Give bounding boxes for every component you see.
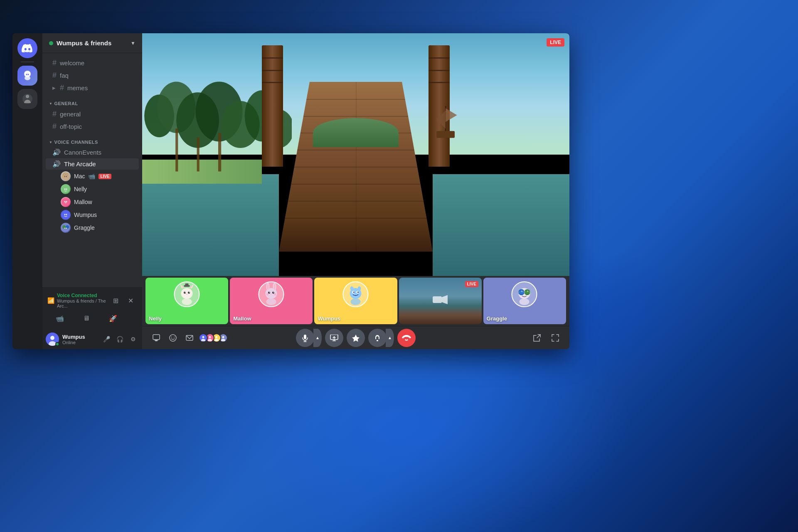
hash-icon: # <box>60 84 64 92</box>
user-controls: 🎤 🎧 ⚙ <box>101 333 139 345</box>
participant-tile-wumpus[interactable]: Wumpus <box>314 278 397 324</box>
svg-point-7 <box>26 95 29 98</box>
svg-point-59 <box>182 298 192 305</box>
mute-button[interactable]: 🎤 <box>101 333 112 345</box>
svg-point-54 <box>185 292 185 293</box>
svg-point-47 <box>181 288 192 299</box>
svg-point-8 <box>62 172 70 180</box>
disconnect-voice-button[interactable]: ✕ <box>124 294 137 307</box>
hash-icon: # <box>52 110 57 118</box>
deafen-dropdown-button[interactable]: ▲ <box>386 329 394 347</box>
voice-server-text: Wumpus & friends / The Arc... <box>57 298 106 308</box>
category-label-text: VOICE CHANNELS <box>54 140 98 145</box>
category-voice-channels[interactable]: ▼ VOICE CHANNELS <box>42 133 142 146</box>
svg-point-27 <box>64 228 65 229</box>
screen-share-button[interactable] <box>325 329 343 347</box>
server-name-text: Wumpus & friends <box>57 39 111 47</box>
speaker-icon: 🔊 <box>52 160 61 168</box>
channel-name: memes <box>67 84 88 91</box>
svg-point-64 <box>267 284 268 290</box>
channel-item-faq[interactable]: # faq <box>46 69 139 81</box>
mute-dropdown-button[interactable]: ▲ <box>313 329 322 347</box>
end-call-button[interactable] <box>397 329 416 347</box>
voice-member-mallow[interactable]: Mallow <box>46 196 139 208</box>
emoji-button[interactable] <box>165 330 180 345</box>
svg-point-81 <box>358 286 361 291</box>
svg-rect-124 <box>406 339 408 340</box>
svg-rect-97 <box>153 335 160 340</box>
member-avatar-mallow <box>61 197 71 207</box>
live-badge: LIVE <box>99 174 111 179</box>
channel-item-general[interactable]: # general <box>46 108 139 120</box>
activity-launch-button[interactable] <box>347 329 365 347</box>
svg-point-30 <box>50 336 54 340</box>
participant-tile-mallow[interactable]: Mallow <box>230 278 313 324</box>
svg-point-16 <box>66 189 67 190</box>
category-general[interactable]: ▼ GENERAL <box>42 94 142 108</box>
stream-container[interactable]: LIVE <box>142 33 569 276</box>
channel-item-off-topic[interactable]: # off-topic <box>46 121 139 133</box>
category-label-text: GENERAL <box>54 101 78 106</box>
svg-point-53 <box>188 292 190 294</box>
mute-toggle-button[interactable] <box>296 329 314 347</box>
member-avatar-wumpus <box>61 210 71 220</box>
toolbar-center: ▲ <box>296 329 416 347</box>
voice-member-mac[interactable]: Mac 📹 LIVE <box>46 170 139 182</box>
svg-point-73 <box>266 298 276 305</box>
svg-point-11 <box>64 176 65 177</box>
server-name: Wumpus & friends <box>49 39 111 47</box>
svg-point-12 <box>66 176 67 177</box>
voice-member-wumpus[interactable]: Wumpus <box>46 209 139 221</box>
participant-name-nelly: Nelly <box>149 315 162 322</box>
popout-button[interactable] <box>530 330 544 345</box>
svg-point-52 <box>184 292 186 294</box>
pier-post-left <box>262 45 283 167</box>
video-camera-icon <box>433 294 448 308</box>
deafen-button[interactable]: 🎧 <box>114 333 126 345</box>
toggle-camera-button[interactable]: 📹 <box>47 311 72 326</box>
deafen-toggle-button[interactable] <box>368 329 387 347</box>
svg-point-5 <box>25 76 30 80</box>
water-right <box>433 174 569 276</box>
svg-point-68 <box>269 292 270 293</box>
svg-rect-99 <box>154 340 158 340</box>
server-icon-wumpus-friends[interactable] <box>17 66 37 86</box>
channel-name: faq <box>60 72 69 79</box>
participant-tile-mac[interactable]: LIVE <box>399 278 482 324</box>
server-divider <box>21 62 34 62</box>
user-settings-button[interactable]: ⚙ <box>127 333 139 345</box>
voice-member-graggle[interactable]: Graggle <box>46 222 139 234</box>
stage-icon-button[interactable] <box>149 330 164 345</box>
island-bg <box>313 118 399 147</box>
participant-tile-nelly[interactable]: Nelly <box>145 278 228 324</box>
hash-icon: # <box>52 122 57 131</box>
user-avatar-container <box>46 332 59 346</box>
participant-tile-graggle[interactable]: Graggle <box>483 278 566 324</box>
server-header[interactable]: Wumpus & friends ▼ <box>42 33 142 53</box>
voice-channel-canon-events[interactable]: 🔊 CanonEvents <box>46 147 139 158</box>
voice-channel-the-arcade[interactable]: 🔊 The Arcade <box>46 158 139 170</box>
svg-rect-58 <box>185 283 188 286</box>
svg-point-95 <box>527 291 529 292</box>
user-status-text: Online <box>62 340 97 345</box>
channel-item-memes[interactable]: ▶ # memes <box>46 82 139 94</box>
discord-window: Wumpus & friends ▼ # welcome # faq ▶ # m… <box>12 33 569 349</box>
share-screen-button[interactable]: 🖥 <box>74 311 99 326</box>
discord-home-button[interactable] <box>17 38 37 58</box>
toolbar-right <box>530 330 563 345</box>
svg-rect-83 <box>433 296 442 303</box>
voice-status: 📶 Voice Connected Wumpus & friends / The… <box>46 291 139 309</box>
svg-point-23 <box>66 214 67 215</box>
chevron-down-icon: ▼ <box>49 140 52 144</box>
channel-item-welcome[interactable]: # welcome <box>46 57 139 69</box>
voice-member-nelly[interactable]: Nelly <box>46 183 139 195</box>
member-name-mallow: Mallow <box>74 199 92 205</box>
voice-settings-button[interactable]: ⊞ <box>109 294 122 307</box>
svg-point-10 <box>66 173 68 176</box>
server-icon-other[interactable] <box>17 89 37 109</box>
channel-name: off-topic <box>60 123 82 130</box>
fullscreen-button[interactable] <box>548 330 563 345</box>
invite-button[interactable] <box>182 330 197 345</box>
member-name-nelly: Nelly <box>74 186 87 192</box>
activity-button[interactable]: 🚀 <box>101 311 126 326</box>
